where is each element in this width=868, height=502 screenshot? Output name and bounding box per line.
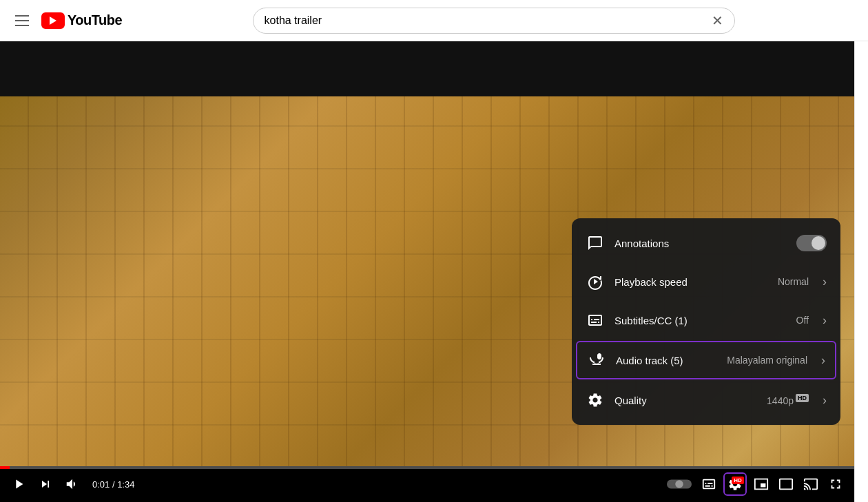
quality-chevron: › bbox=[823, 394, 827, 406]
subtitles-icon bbox=[586, 311, 605, 330]
settings-item-quality[interactable]: Quality 1440pHD › bbox=[572, 381, 840, 419]
cast-icon bbox=[803, 477, 818, 492]
skip-icon bbox=[39, 477, 52, 491]
annotations-icon bbox=[586, 233, 605, 253]
video-container: Annotations Playback speed Normal › bbox=[0, 41, 854, 502]
youtube-logo[interactable]: YouTube bbox=[41, 12, 122, 29]
miniplayer-icon bbox=[754, 477, 769, 492]
hd-badge: HD bbox=[796, 394, 809, 402]
settings-button[interactable]: HD bbox=[723, 472, 747, 496]
miniplayer-button[interactable] bbox=[751, 474, 772, 494]
audio-track-label: Audio track (5) bbox=[616, 355, 717, 366]
playback-speed-label: Playback speed bbox=[614, 276, 768, 288]
captions-icon bbox=[701, 477, 716, 492]
settings-panel: Annotations Playback speed Normal › bbox=[572, 218, 840, 425]
settings-item-subtitles[interactable]: Subtitles/CC (1) Off › bbox=[572, 301, 840, 339]
fullscreen-button[interactable] bbox=[825, 474, 846, 494]
quality-value: 1440pHD bbox=[767, 394, 809, 406]
volume-icon bbox=[65, 477, 80, 492]
settings-item-audio-track[interactable]: Audio track (5) Malayalam original › bbox=[576, 341, 836, 379]
right-controls: HD bbox=[664, 472, 846, 496]
subtitles-value: Off bbox=[796, 315, 809, 326]
video-area[interactable]: Annotations Playback speed Normal › bbox=[0, 41, 854, 466]
play-button[interactable] bbox=[8, 474, 29, 494]
hd-badge-gear: HD bbox=[732, 477, 744, 484]
annotations-toggle[interactable] bbox=[796, 235, 827, 251]
autoplay-icon bbox=[667, 477, 692, 491]
playback-speed-value: Normal bbox=[778, 276, 809, 287]
fullscreen-icon bbox=[828, 477, 843, 492]
subtitles-label: Subtitles/CC (1) bbox=[614, 315, 787, 326]
quality-label: Quality bbox=[614, 395, 757, 406]
header: YouTube ✕ bbox=[0, 0, 868, 41]
youtube-icon bbox=[41, 12, 65, 29]
theater-icon bbox=[778, 477, 794, 492]
subtitles-chevron: › bbox=[823, 314, 827, 326]
volume-button[interactable] bbox=[62, 474, 83, 494]
close-search-icon[interactable]: ✕ bbox=[712, 14, 723, 28]
quality-icon bbox=[586, 390, 605, 410]
search-bar: ✕ bbox=[253, 8, 735, 34]
settings-item-annotations[interactable]: Annotations bbox=[572, 224, 840, 262]
progress-bar-fill bbox=[0, 466, 10, 469]
playback-speed-chevron: › bbox=[823, 275, 827, 288]
autoplay-button[interactable] bbox=[664, 474, 694, 494]
controls-bar: 0:01 / 1:34 bbox=[0, 466, 854, 502]
sidebar-peek bbox=[854, 41, 868, 502]
search-input[interactable] bbox=[265, 14, 712, 27]
menu-button[interactable] bbox=[11, 11, 33, 30]
playback-speed-icon bbox=[586, 272, 605, 291]
skip-button[interactable] bbox=[36, 474, 55, 494]
captions-button[interactable] bbox=[699, 474, 719, 494]
cast-button[interactable] bbox=[800, 474, 821, 494]
youtube-play-triangle bbox=[50, 17, 56, 25]
play-icon bbox=[11, 477, 26, 492]
settings-item-playback-speed[interactable]: Playback speed Normal › bbox=[572, 262, 840, 301]
youtube-wordmark: YouTube bbox=[68, 12, 122, 28]
theater-button[interactable] bbox=[776, 474, 796, 494]
time-display: 0:01 / 1:34 bbox=[92, 479, 134, 490]
audio-track-value: Malayalam original bbox=[727, 355, 807, 366]
audio-track-icon bbox=[587, 351, 606, 370]
annotations-label: Annotations bbox=[614, 238, 787, 249]
audio-track-chevron: › bbox=[821, 354, 825, 366]
toggle-knob bbox=[812, 236, 825, 250]
main-content: Annotations Playback speed Normal › bbox=[0, 41, 868, 502]
progress-bar-container[interactable] bbox=[0, 466, 854, 469]
svg-point-1 bbox=[675, 480, 683, 488]
